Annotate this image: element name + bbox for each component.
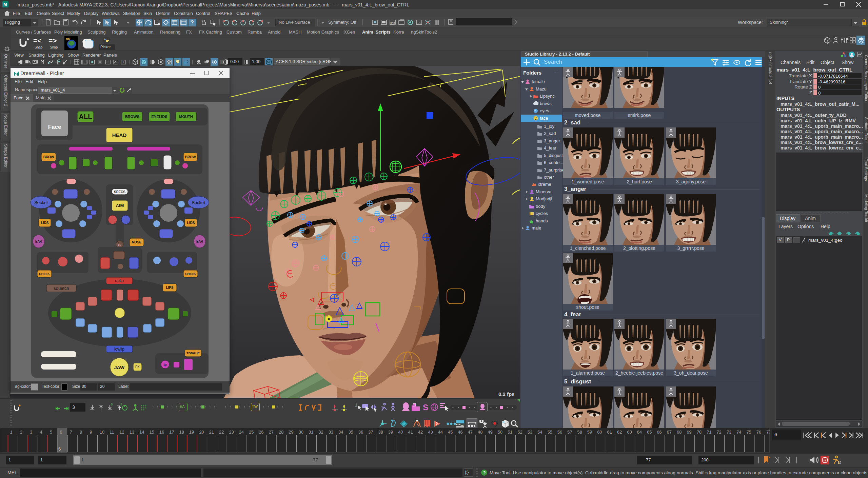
svg-text:BROW: BROW (43, 155, 54, 159)
svg-text:72: 72 (716, 430, 721, 435)
svg-text:LIDS: LIDS (187, 221, 195, 225)
svg-text:NOSE: NOSE (132, 240, 142, 244)
svg-text:11: 11 (110, 430, 114, 435)
svg-text:64: 64 (637, 430, 642, 435)
svg-text:MOUTH: MOUTH (179, 115, 193, 119)
svg-text:56: 56 (557, 430, 562, 435)
svg-text:51: 51 (508, 430, 512, 435)
svg-text:55: 55 (547, 430, 552, 435)
svg-text:18: 18 (179, 430, 184, 435)
svg-text:75: 75 (746, 430, 751, 435)
svg-text:CHEEK: CHEEK (39, 272, 50, 276)
svg-text:77: 77 (766, 430, 770, 435)
svg-text:?: ? (191, 20, 194, 25)
svg-text:23: 23 (229, 430, 234, 435)
svg-text:45: 45 (448, 430, 453, 435)
svg-text:8: 8 (80, 430, 82, 435)
svg-text:S: S (111, 403, 113, 406)
svg-text:0.2 fps: 0.2 fps (498, 391, 515, 397)
svg-text:tip: tip (163, 363, 167, 366)
svg-text:tip: tip (118, 243, 121, 246)
svg-text:Socket: Socket (34, 200, 48, 205)
svg-text:40: 40 (398, 430, 403, 435)
svg-text:13: 13 (130, 430, 134, 435)
svg-text:66: 66 (657, 430, 662, 435)
svg-text:BROW: BROW (185, 155, 196, 159)
svg-text:R: R (824, 458, 826, 462)
svg-text:63: 63 (627, 430, 632, 435)
svg-text:26: 26 (259, 430, 263, 435)
svg-text:15: 15 (149, 430, 154, 435)
svg-text:5: 5 (50, 430, 52, 435)
svg-text:S: S (423, 403, 428, 412)
svg-text:25: 25 (249, 430, 254, 435)
svg-text:Face: Face (48, 124, 61, 130)
svg-text:lowlip: lowlip (114, 347, 124, 352)
svg-text:28: 28 (279, 430, 283, 435)
svg-text:T: T (122, 60, 124, 64)
svg-text:61: 61 (607, 430, 612, 435)
svg-text:76: 76 (756, 430, 761, 435)
svg-text:67: 67 (667, 430, 672, 435)
svg-text:41: 41 (408, 430, 413, 435)
svg-text:19: 19 (189, 430, 194, 435)
svg-text:62: 62 (617, 430, 622, 435)
svg-text:10: 10 (100, 430, 104, 435)
svg-text:43: 43 (428, 430, 433, 435)
svg-text:1: 1 (10, 430, 13, 435)
svg-text:65: 65 (647, 430, 652, 435)
svg-text:24: 24 (239, 430, 244, 435)
svg-text:CHEEK: CHEEK (185, 272, 196, 276)
svg-text:uplip: uplip (115, 278, 124, 283)
svg-text:20: 20 (199, 430, 204, 435)
svg-text:?: ? (483, 470, 486, 475)
svg-text:34: 34 (338, 430, 343, 435)
svg-text:FK: FK (135, 365, 140, 369)
svg-text:47: 47 (468, 430, 473, 435)
svg-text:IPR: IPR (390, 21, 395, 24)
svg-text:70: 70 (697, 430, 702, 435)
svg-text:21: 21 (209, 430, 214, 435)
svg-text:58: 58 (577, 430, 582, 435)
svg-text:AIM: AIM (116, 203, 124, 208)
svg-text:73: 73 (727, 430, 731, 435)
svg-text:74: 74 (736, 430, 741, 435)
svg-text:52: 52 (517, 430, 522, 435)
svg-text:squetch: squetch (54, 286, 69, 291)
svg-text:57: 57 (567, 430, 572, 435)
svg-text:6: 6 (60, 430, 62, 435)
svg-text:9: 9 (90, 430, 92, 435)
svg-text:27: 27 (269, 430, 274, 435)
svg-text:49: 49 (488, 430, 492, 435)
svg-text:68: 68 (677, 430, 682, 435)
svg-text:ALL: ALL (79, 113, 92, 120)
svg-text:JAW: JAW (114, 365, 125, 370)
svg-text:BROWS: BROWS (125, 115, 139, 119)
svg-text:LIPS: LIPS (166, 286, 174, 290)
svg-text:44: 44 (438, 430, 443, 435)
svg-text:17: 17 (169, 430, 174, 435)
svg-text:16: 16 (159, 430, 164, 435)
svg-text:4: 4 (40, 430, 42, 435)
svg-text:ml: ml (66, 37, 71, 41)
svg-text:3: 3 (30, 430, 32, 435)
svg-text:33: 33 (329, 430, 333, 435)
svg-text:EAR: EAR (196, 240, 203, 243)
svg-text:22: 22 (219, 430, 224, 435)
svg-text:ON: ON (267, 61, 271, 63)
svg-text:48: 48 (478, 430, 482, 435)
svg-text:14: 14 (139, 430, 144, 435)
svg-text:71: 71 (707, 430, 711, 435)
svg-text:TONGUE: TONGUE (186, 352, 199, 355)
svg-text:HEAD: HEAD (112, 132, 127, 138)
svg-text:6: 6 (58, 446, 61, 452)
svg-text:50: 50 (498, 430, 502, 435)
svg-text:42: 42 (418, 430, 423, 435)
svg-text:60: 60 (597, 430, 602, 435)
svg-text:46: 46 (458, 430, 462, 435)
svg-text:2: 2 (20, 430, 22, 435)
svg-text:53: 53 (528, 430, 532, 435)
svg-text:31: 31 (309, 430, 313, 435)
svg-text:54: 54 (537, 430, 542, 435)
svg-text:LIDS: LIDS (41, 221, 49, 225)
